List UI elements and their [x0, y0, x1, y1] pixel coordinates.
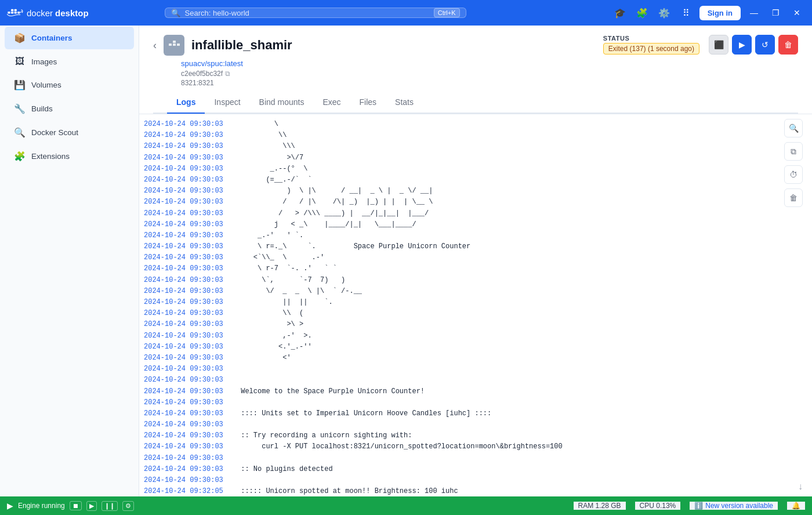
- tab-stats[interactable]: Stats: [386, 92, 423, 114]
- sidebar-nav: 📦Containers🖼Images💾Volumes🔧Builds🔍Docker…: [0, 26, 139, 169]
- log-message: curl -X PUT localhost:8321/unicorn_spott…: [237, 441, 563, 452]
- log-timestamp: 2024-10-24 09:30:03: [144, 241, 237, 252]
- grid-icon[interactable]: ⠿: [677, 4, 695, 21]
- svg-rect-2: [14, 12, 17, 14]
- search-text: Search: hello-world: [185, 9, 249, 17]
- sidebar-item-volumes[interactable]: 💾Volumes: [5, 74, 134, 96]
- log-timestamp: 2024-10-24 09:30:03: [144, 319, 237, 330]
- minimize-button[interactable]: —: [745, 6, 763, 20]
- new-version-notice[interactable]: ℹ️ New version available: [690, 502, 778, 510]
- log-line: 2024-10-24 09:30:03 :::: Units set to Im…: [144, 408, 777, 419]
- volumes-icon: 💾: [14, 79, 26, 90]
- play-icon[interactable]: ▶: [86, 501, 97, 511]
- back-button[interactable]: ‹: [153, 39, 157, 52]
- restart-button[interactable]: ↺: [755, 35, 775, 55]
- log-message: \\\: [237, 141, 295, 152]
- sidebar-label-volumes: Volumes: [31, 81, 61, 89]
- delete-button[interactable]: 🗑: [778, 35, 798, 55]
- sidebar-item-extensions[interactable]: 🧩Extensions: [5, 145, 134, 168]
- log-line: 2024-10-24 09:30:03 <.'_.-'': [144, 342, 777, 353]
- notifications-icon[interactable]: 🔔: [787, 502, 805, 510]
- content-area: ‹ infallible_shamir spuacv/spuc:latest c…: [139, 26, 812, 496]
- log-line: 2024-10-24 09:30:03 \: [144, 119, 777, 130]
- tab-files[interactable]: Files: [350, 92, 386, 114]
- log-line: 2024-10-24 09:30:03 >\ >: [144, 319, 777, 330]
- svg-rect-1: [11, 12, 13, 14]
- tab-logs[interactable]: Logs: [167, 92, 205, 114]
- stop-button[interactable]: ⬛: [709, 35, 728, 55]
- copy-log-button[interactable]: ⧉: [784, 142, 803, 161]
- log-message: \\: [237, 130, 287, 141]
- log-timestamp: 2024-10-24 09:30:03: [144, 130, 237, 141]
- log-line: 2024-10-24 09:30:03 :: Try recording a u…: [144, 430, 777, 441]
- tab-bind-mounts[interactable]: Bind mounts: [250, 92, 314, 114]
- log-message: _.-' ' `.: [237, 230, 303, 241]
- settings-icon[interactable]: ⚙️: [655, 4, 673, 21]
- log-message: ::::: Unicorn spotted at moon!! Brightne…: [237, 486, 458, 496]
- app-logo: dockerdesktop: [7, 5, 89, 21]
- topbar-actions: 🎓 🧩 ⚙️ ⠿ Sign in — ❐ ✕: [611, 4, 805, 21]
- sidebar-item-containers[interactable]: 📦Containers: [5, 27, 134, 49]
- status-section: STATUS Exited (137) (1 second ago): [603, 35, 699, 55]
- log-line: 2024-10-24 09:30:03 ,-' >.: [144, 331, 777, 342]
- log-line: 2024-10-24 09:30:03 \`, `-7 7) ): [144, 275, 777, 286]
- search-shortcut: Ctrl+K: [434, 8, 460, 17]
- builds-icon: 🔧: [14, 103, 26, 114]
- log-area[interactable]: 🔍 ⧉ ⏱ 🗑 2024-10-24 09:30:03 \2024-10-24 …: [139, 114, 812, 496]
- log-content: 2024-10-24 09:30:03 \2024-10-24 09:30:03…: [139, 114, 812, 496]
- log-message: ) \ |\ / __| _ \ | _ \/ __|: [237, 186, 433, 197]
- play-stop-icon[interactable]: ⏹: [70, 501, 82, 510]
- log-message: \: [237, 119, 278, 130]
- sidebar-item-docker-scout[interactable]: 🔍Docker Scout: [5, 121, 134, 144]
- log-timestamp: 2024-10-24 09:30:03: [144, 308, 237, 319]
- maximize-button[interactable]: ❐: [767, 6, 784, 20]
- log-line: 2024-10-24 09:30:03 j < _\ |____/|_| \__…: [144, 219, 777, 230]
- signin-button[interactable]: Sign in: [699, 6, 741, 20]
- containers-icon: 📦: [14, 32, 26, 43]
- log-timestamp: 2024-10-24 09:30:03: [144, 408, 237, 419]
- close-button[interactable]: ✕: [789, 6, 805, 20]
- log-line: 2024-10-24 09:32:05 ::::: Unicorn spotte…: [144, 486, 777, 496]
- sidebar-item-images[interactable]: 🖼Images: [5, 50, 134, 72]
- clear-log-button[interactable]: 🗑: [784, 188, 803, 207]
- tab-exec[interactable]: Exec: [313, 92, 350, 114]
- sidebar-item-builds[interactable]: 🔧Builds: [5, 97, 134, 120]
- log-timestamp: 2024-10-24 09:32:05: [144, 486, 237, 496]
- status-label: STATUS: [603, 35, 699, 42]
- log-timestamp: 2024-10-24 09:30:03: [144, 342, 237, 353]
- container-header: ‹ infallible_shamir spuacv/spuc:latest c…: [139, 26, 812, 114]
- log-line: 2024-10-24 09:30:03 <`\\_ \ .-': [144, 252, 777, 263]
- log-timestamp: 2024-10-24 09:30:03: [144, 164, 237, 175]
- log-message: :: No plugins detected: [237, 464, 333, 475]
- copy-id-icon[interactable]: ⧉: [225, 70, 230, 78]
- docker-logo-icon: [7, 5, 23, 21]
- learn-icon[interactable]: 🎓: [611, 4, 629, 21]
- log-line: 2024-10-24 09:30:03 \/ _ _ \ |\ ` /-.__: [144, 286, 777, 297]
- container-image-link[interactable]: spuacv/spuc:latest: [181, 59, 243, 68]
- container-port: 8321:8321: [181, 79, 798, 87]
- log-line: 2024-10-24 09:30:03 _.-' ' `.: [144, 230, 777, 241]
- tab-inspect[interactable]: Inspect: [205, 92, 249, 114]
- log-message: >\/7: [237, 153, 303, 164]
- log-timestamp: 2024-10-24 09:30:03: [144, 263, 237, 274]
- scroll-bottom-button[interactable]: ↓: [798, 481, 803, 492]
- info-icon: ℹ️: [694, 502, 703, 510]
- log-timestamp: 2024-10-24 09:30:03: [144, 386, 237, 397]
- log-line: 2024-10-24 09:30:03 \\\: [144, 141, 777, 152]
- app-name: dockerdesktop: [27, 8, 89, 18]
- sidebar: 📦Containers🖼Images💾Volumes🔧Builds🔍Docker…: [0, 26, 139, 496]
- start-button[interactable]: ▶: [732, 35, 752, 55]
- log-message: <`\\_ \ .-': [237, 252, 324, 263]
- log-message: :::: Units set to Imperial Unicorn Hoove…: [237, 408, 491, 419]
- extensions-icon[interactable]: 🧩: [633, 4, 651, 21]
- wrap-log-button[interactable]: ⏱: [784, 165, 803, 184]
- log-timestamp: 2024-10-24 09:30:03: [144, 441, 237, 452]
- log-timestamp: 2024-10-24 09:30:03: [144, 197, 237, 208]
- search-log-button[interactable]: 🔍: [784, 119, 803, 137]
- settings-icon-bottom[interactable]: ⚙: [122, 501, 134, 511]
- cpu-stat: CPU 0.13%: [635, 502, 681, 510]
- pause-icon[interactable]: ❙❙: [102, 501, 118, 511]
- search-bar[interactable]: 🔍 Search: hello-world Ctrl+K: [165, 8, 466, 18]
- svg-rect-9: [177, 43, 180, 46]
- log-line: 2024-10-24 09:30:03 / > /\\\ ____) | __/…: [144, 208, 777, 219]
